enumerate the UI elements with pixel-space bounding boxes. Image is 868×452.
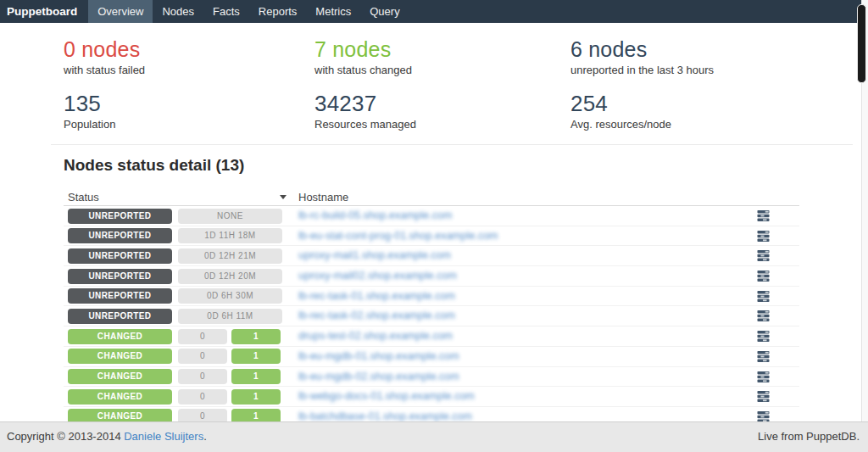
stat-resources-value: 34237	[314, 91, 416, 116]
status-badge: UNREPORTED	[68, 209, 172, 224]
last-report-badge: 0D 6H 30M	[178, 288, 282, 304]
live-from-puppetdb-text: Live from PuppetDB.	[758, 430, 860, 443]
table-row: UNREPORTED0D 6H 11Mlb-rec-task-02.shop.e…	[64, 306, 799, 326]
stat-population: 135 Population	[64, 91, 115, 131]
stat-population-label: Population	[64, 118, 115, 131]
failed-count-badge: 0	[178, 349, 227, 364]
caret-down-icon[interactable]	[280, 195, 287, 199]
table-row: CHANGED01lb-webgo-docs-01.shop.example.c…	[64, 387, 799, 407]
stat-failed-nodes: 0 nodes with status failed	[64, 36, 145, 76]
stat-avg-value: 254	[570, 91, 671, 116]
status-badge: UNREPORTED	[68, 248, 172, 264]
status-badge: CHANGED	[68, 349, 172, 364]
tasks-icon[interactable]	[757, 270, 770, 282]
failed-count-badge: 0	[178, 389, 227, 405]
last-report-badge: 0D 12H 21M	[178, 248, 282, 264]
changed-count-badge: 1	[231, 369, 281, 384]
table-row: CHANGED01lb-eu-mgdb-01.shop.example.com	[64, 347, 799, 367]
changed-count-badge: 1	[231, 329, 281, 344]
hostname-column-header: Hostname	[298, 191, 348, 204]
status-badge: CHANGED	[68, 389, 172, 405]
hostname-link[interactable]: lb-eu-mgdb-01.shop.example.com	[298, 347, 459, 366]
stat-resources-managed: 34237 Resources managed	[314, 91, 416, 131]
top-navbar: Puppetboard OverviewNodesFactsReportsMet…	[0, 0, 868, 23]
status-badge: CHANGED	[68, 329, 172, 344]
author-link[interactable]: Daniele Sluijters	[124, 430, 203, 443]
tasks-icon[interactable]	[757, 230, 770, 243]
status-badge: CHANGED	[68, 369, 172, 384]
copyright-prefix: Copyright © 2013-2014	[7, 430, 124, 443]
stat-population-value: 135	[64, 91, 115, 116]
failed-count-badge: 0	[178, 369, 227, 384]
status-column-header[interactable]: Status	[68, 191, 99, 204]
tasks-icon[interactable]	[757, 350, 770, 363]
changed-count-badge: 1	[231, 349, 281, 364]
last-report-badge: NONE	[178, 209, 282, 224]
tasks-icon[interactable]	[757, 209, 770, 222]
stat-changed-label: with status changed	[314, 64, 412, 76]
copyright-suffix: .	[203, 430, 207, 443]
changed-count-badge: 1	[231, 389, 281, 405]
tasks-icon[interactable]	[757, 249, 770, 262]
footer: Copyright © 2013-2014 Daniele Sluijters.…	[0, 421, 868, 452]
tasks-icon[interactable]	[757, 310, 770, 322]
hostname-link[interactable]: lb-eu-stat-cont-prog-01.shop.example.com	[298, 226, 498, 246]
hostname-link[interactable]: lb-rec-task-02.shop.example.com	[298, 306, 455, 326]
hostname-link[interactable]: lb-rec-task-01.shop.example.com	[298, 287, 455, 306]
last-report-badge: 0D 12H 20M	[178, 269, 282, 284]
tasks-icon[interactable]	[757, 330, 770, 343]
copyright-text: Copyright © 2013-2014 Daniele Sluijters.	[7, 430, 207, 443]
status-badge: UNREPORTED	[68, 228, 172, 243]
hostname-link[interactable]: lb-webgo-docs-01.shop.example.com	[298, 387, 475, 406]
stat-avg-resources: 254 Avg. resources/node	[570, 91, 671, 131]
hostname-link[interactable]: drups-test-02.shop.example.com	[298, 326, 453, 346]
last-report-badge: 0D 6H 11M	[178, 309, 282, 324]
hostname-link[interactable]: uproxy-mail02.shop.example.com	[298, 266, 457, 286]
navbar-items: OverviewNodesFactsReportsMetricsQuery	[88, 0, 409, 23]
table-rows: UNREPORTEDNONElb-rc-build-05.shop.exampl…	[64, 206, 799, 427]
stat-unreported-value: 6 nodes	[570, 36, 714, 62]
brand-link[interactable]: Puppetboard	[0, 0, 88, 23]
table-row: UNREPORTED1D 11H 18Mlb-eu-stat-cont-prog…	[64, 226, 799, 247]
status-badge: UNREPORTED	[68, 288, 172, 304]
tasks-icon[interactable]	[757, 390, 770, 403]
stat-avg-label: Avg. resources/node	[570, 118, 671, 131]
section-divider	[51, 144, 853, 145]
nav-item-nodes[interactable]: Nodes	[153, 0, 203, 23]
failed-count-badge: 0	[178, 329, 227, 344]
stats-panel: 0 nodes with status failed 7 nodes with …	[64, 23, 852, 142]
stat-failed-label: with status failed	[64, 64, 145, 76]
status-badge: UNREPORTED	[68, 269, 172, 284]
tasks-icon[interactable]	[757, 371, 770, 383]
nav-item-metrics[interactable]: Metrics	[306, 0, 360, 23]
last-report-badge: 1D 11H 18M	[178, 228, 282, 243]
table-row: UNREPORTED0D 12H 20Muproxy-mail02.shop.e…	[64, 266, 799, 287]
table-row: UNREPORTEDNONElb-rc-build-05.shop.exampl…	[64, 206, 799, 226]
stat-changed-nodes: 7 nodes with status changed	[314, 36, 412, 76]
stat-unreported-nodes: 6 nodes unreported in the last 3 hours	[570, 36, 714, 76]
table-row: CHANGED01lb-eu-mgdb-02.shop.example.com	[64, 367, 799, 388]
table-row: UNREPORTED0D 12H 21Muproxy-mail1.shop.ex…	[64, 246, 799, 266]
table-row: UNREPORTED0D 6H 30Mlb-rec-task-01.shop.e…	[64, 287, 799, 307]
table-row: CHANGED01drups-test-02.shop.example.com	[64, 326, 799, 347]
nav-item-reports[interactable]: Reports	[249, 0, 307, 23]
tasks-icon[interactable]	[757, 290, 770, 303]
nodes-status-table: Status Hostname UNREPORTEDNONElb-rc-buil…	[64, 190, 799, 427]
status-badge: UNREPORTED	[68, 309, 172, 324]
nav-item-query[interactable]: Query	[360, 0, 409, 23]
hostname-link[interactable]: lb-eu-mgdb-02.shop.example.com	[298, 367, 459, 387]
nav-item-facts[interactable]: Facts	[203, 0, 249, 23]
stat-changed-value: 7 nodes	[314, 36, 412, 62]
hostname-link[interactable]: uproxy-mail1.shop.example.com	[298, 246, 451, 265]
page-title: Nodes status detail (13)	[64, 156, 244, 175]
table-header: Status Hostname	[64, 190, 799, 206]
scrollbar-thumb[interactable]	[857, 4, 866, 83]
stat-failed-value: 0 nodes	[64, 36, 145, 62]
stat-resources-label: Resources managed	[314, 118, 416, 131]
hostname-link[interactable]: lb-rc-build-05.shop.example.com	[298, 206, 452, 226]
stat-unreported-label: unreported in the last 3 hours	[570, 64, 714, 76]
nav-item-overview[interactable]: Overview	[88, 0, 153, 23]
